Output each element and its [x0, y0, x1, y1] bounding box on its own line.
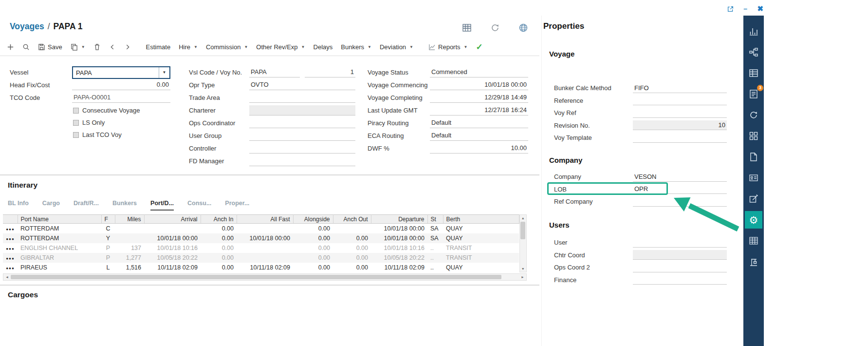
cell-st[interactable]: SA — [427, 233, 443, 243]
data-table-icon[interactable] — [462, 22, 472, 33]
company-field[interactable]: VESON — [633, 172, 727, 182]
col-anch-out[interactable]: Anch Out — [333, 215, 371, 224]
dwf-field[interactable]: 10.00 — [430, 143, 528, 154]
table-row[interactable]: ●●● GIBRALTAR P 1,277 10/05/18 20:22 0.0… — [3, 253, 519, 263]
scroll-right-icon[interactable]: ► — [519, 274, 526, 280]
consecutive-voyage-checkbox[interactable] — [73, 108, 79, 114]
scroll-down-icon[interactable]: ▼ — [520, 266, 527, 272]
cell-port[interactable]: ENGLISH CHANNEL — [18, 243, 101, 253]
col-arrival[interactable]: Arrival — [144, 215, 201, 224]
cell-f[interactable]: P — [101, 243, 115, 253]
delete-button[interactable] — [93, 43, 101, 51]
row-menu-icon[interactable]: ●●● — [6, 227, 15, 231]
col-st[interactable]: St — [427, 215, 443, 224]
col-port-name[interactable]: Port Name — [18, 215, 101, 224]
next-button[interactable] — [124, 43, 131, 51]
col-alongside[interactable]: Alongside — [293, 215, 333, 224]
cell-arrival[interactable]: 10/01/18 10:16 — [144, 243, 201, 253]
row-menu-icon[interactable]: ●●● — [6, 266, 15, 270]
cell-alongside[interactable]: 0.00 — [293, 243, 333, 253]
voyage-commencing-field[interactable]: 10/01/18 00:00 — [430, 80, 528, 90]
col-miles[interactable]: Miles — [115, 215, 144, 224]
cell-berth[interactable]: QUAY — [443, 224, 519, 233]
cell-st[interactable]: .. — [427, 253, 443, 263]
cell-all-fast-link[interactable]: 10/01/18 00:00 — [237, 233, 293, 243]
bunkers-menu-button[interactable]: Bunkers▼ — [341, 43, 371, 51]
voy-ref-field[interactable] — [633, 108, 727, 118]
cell-all-fast-link[interactable]: 10/11/18 02:09 — [237, 263, 293, 272]
tab-properties[interactable]: Proper... — [225, 200, 249, 211]
cell-f[interactable]: Y — [101, 233, 115, 243]
cell-arrival[interactable] — [144, 224, 201, 233]
eca-routing-field[interactable]: Default — [430, 131, 528, 141]
ref-company-field[interactable] — [633, 197, 727, 207]
opr-type-field[interactable]: OVTO — [249, 80, 355, 90]
scroll-up-icon[interactable]: ▲ — [520, 215, 527, 221]
cell-departure-link[interactable]: 10/11/18 02:09 — [371, 263, 427, 272]
estimate-button[interactable]: Estimate — [146, 43, 171, 51]
row-menu-icon[interactable]: ●●● — [6, 247, 15, 251]
cell-st[interactable]: .. — [427, 243, 443, 253]
horizontal-scroll-thumb[interactable] — [11, 275, 501, 279]
cell-berth[interactable]: TRANSIT — [443, 243, 519, 253]
settings-icon[interactable]: ⚙ — [745, 211, 762, 229]
table-row[interactable]: ●●● ENGLISH CHANNEL P 137 10/01/18 10:16… — [3, 243, 519, 253]
last-tco-voy-checkbox[interactable] — [73, 132, 79, 138]
piracy-routing-field[interactable]: Default — [430, 118, 528, 128]
col-departure[interactable]: Departure — [371, 215, 427, 224]
breadcrumb-voyages-link[interactable]: Voyages — [10, 21, 44, 31]
ops-coord-2-field[interactable] — [633, 263, 727, 272]
cell-port[interactable]: ROTTERDAM — [18, 233, 101, 243]
tco-code-field[interactable]: PAPA-O0001 — [72, 93, 170, 103]
cell-anch-in[interactable]: 0.00 — [201, 233, 237, 243]
search-button[interactable] — [22, 43, 30, 51]
cell-alongside[interactable]: 0.00 — [293, 263, 333, 272]
save-button[interactable]: Save — [38, 43, 62, 51]
other-revexp-menu-button[interactable]: Other Rev/Exp▼ — [256, 43, 305, 51]
cell-anch-in[interactable]: 0.00 — [201, 263, 237, 272]
vsl-code-field[interactable]: PAPA — [249, 67, 300, 77]
hire-menu-button[interactable]: Hire▼ — [179, 43, 198, 51]
commission-menu-button[interactable]: Commission▼ — [206, 43, 248, 51]
data-grid-icon[interactable] — [745, 232, 762, 250]
col-row-menu[interactable] — [3, 215, 18, 224]
table-row[interactable]: ●●● ROTTERDAM Y 10/01/18 00:00 0.00 10/0… — [3, 233, 519, 243]
cell-berth[interactable]: TRANSIT — [443, 253, 519, 263]
sync-icon[interactable] — [745, 106, 762, 124]
cell-f[interactable]: P — [101, 253, 115, 263]
tab-draft-restrictions[interactable]: Draft/R... — [74, 200, 99, 211]
tab-port-dates[interactable]: Port/D... — [150, 200, 174, 211]
tab-consumption[interactable]: Consu... — [187, 200, 211, 211]
minimize-button[interactable]: – — [743, 5, 747, 13]
combo-dropdown-button[interactable]: ▼ — [159, 67, 169, 78]
cell-departure[interactable]: 10/01/18 00:00 — [371, 233, 427, 243]
tab-cargo[interactable]: Cargo — [42, 200, 60, 211]
reports-menu-button[interactable]: Reports▼ — [428, 43, 467, 51]
cell-departure[interactable]: 10/05/18 20:22 — [371, 253, 427, 263]
user-group-field[interactable] — [249, 131, 355, 141]
bunker-calc-method-field[interactable]: FIFO — [633, 83, 727, 93]
voyage-completing-field[interactable]: 12/29/18 14:49 — [430, 93, 528, 103]
add-button[interactable] — [7, 43, 14, 51]
cell-alongside[interactable]: 0.00 — [293, 253, 333, 263]
cell-arrival[interactable]: 10/01/18 00:00 — [144, 233, 201, 243]
cell-departure[interactable]: 10/01/18 10:16 — [371, 243, 427, 253]
port-crane-icon[interactable] — [745, 253, 762, 270]
cell-f[interactable]: C — [101, 224, 115, 233]
sync-icon[interactable] — [490, 22, 500, 33]
cell-alongside[interactable]: 0.00 — [293, 233, 333, 243]
col-berth[interactable]: Berth — [443, 215, 519, 224]
voy-template-field[interactable] — [633, 133, 727, 143]
lob-field[interactable]: OPR — [633, 184, 727, 194]
document-icon[interactable] — [745, 148, 762, 166]
analytics-icon[interactable] — [745, 22, 762, 40]
table-row[interactable]: ●●● ROTTERDAM C 0.00 0.00 10/01/18 00:00… — [3, 224, 519, 233]
col-anch-in[interactable]: Anch In — [201, 215, 237, 224]
cell-alongside[interactable]: 0.00 — [293, 224, 333, 233]
table-row[interactable]: ●●● PIRAEUS L 1,516 10/11/18 02:09 0.00 … — [3, 263, 519, 272]
col-all-fast[interactable]: All Fast — [237, 215, 293, 224]
ops-coordinator-field[interactable] — [249, 118, 355, 128]
compose-icon[interactable] — [745, 190, 762, 208]
cell-all-fast[interactable] — [237, 224, 293, 233]
id-card-icon[interactable] — [745, 169, 762, 187]
